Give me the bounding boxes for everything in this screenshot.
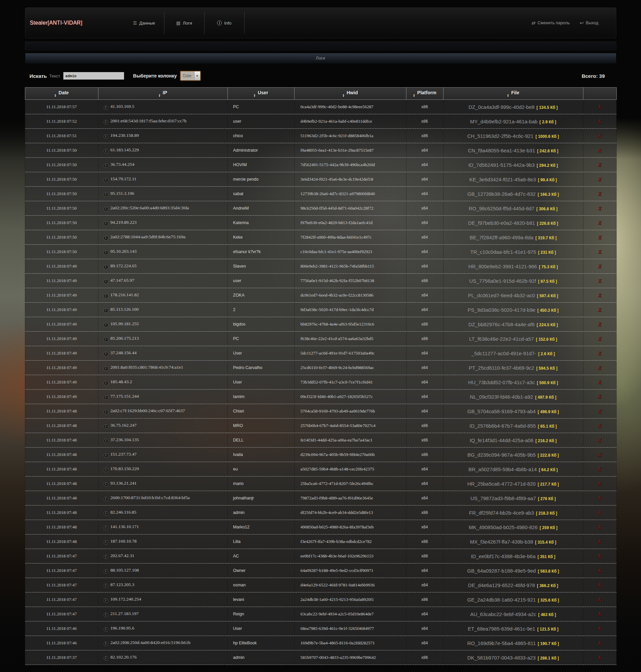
- delete-row-button[interactable]: X: [598, 437, 601, 443]
- file-download-link[interactable]: ID_2576b6b4-67b7-4a6d-855: [469, 423, 536, 429]
- file-download-link[interactable]: ID_7d562491-5175-442a-9b3: [468, 162, 535, 168]
- search-input[interactable]: [63, 72, 124, 80]
- file-download-link[interactable]: HU_73b3dd52-07fb-41c7-a3c: [468, 380, 535, 385]
- file-download-link[interactable]: DZ_bb82976c-47b8-4a4e-af6: [468, 321, 535, 327]
- delete-row-button[interactable]: X: [598, 292, 601, 298]
- file-download-link[interactable]: BE_7f2842ff-a960-499a-8da: [470, 235, 533, 240]
- file-download-link[interactable]: MX_f3e4267f-ffa7-439b-b38: [470, 539, 533, 545]
- file-download-link[interactable]: _5dc11277-ac0d-491e-91d7-: [472, 351, 536, 356]
- delete-row-button[interactable]: X: [598, 597, 601, 602]
- username: osman: [228, 578, 294, 592]
- logout-link[interactable]: ↩ Выход: [579, 20, 598, 26]
- column-header-platform[interactable]: ▲▼Platform: [406, 87, 443, 100]
- delete-row-button[interactable]: X: [598, 104, 601, 110]
- file-download-link[interactable]: MY_d4b9efb2-921a-461a-bab: [470, 119, 537, 124]
- delete-row-button[interactable]: X: [598, 582, 601, 588]
- file-download-link[interactable]: FR_df25fd74-bb2b-4ce9-ab3: [469, 510, 534, 516]
- file-download-link[interactable]: CN_f9a48055-6ea1-413e-b31: [468, 148, 535, 153]
- delete-row-button[interactable]: X: [598, 278, 601, 284]
- file-download-link[interactable]: BG_d239c094-967a-405b-9b5: [467, 452, 536, 458]
- column-header-hwid[interactable]: ▲▼Hwid: [294, 87, 406, 100]
- delete-row-button[interactable]: X: [598, 481, 601, 486]
- file-download-link[interactable]: DE_d4e6a129-6522-46fd-978: [468, 582, 535, 588]
- file-download-link[interactable]: GE_2a24db38-1a60-4215-921: [467, 597, 536, 603]
- delete-row-button[interactable]: X: [598, 510, 601, 515]
- file-download-link[interactable]: HR_800e9eb2-3981-4121-966: [468, 263, 537, 269]
- file-download-link[interactable]: DE_f97beb30-e0a2-4820-b81: [468, 220, 535, 226]
- file-download-link[interactable]: US_7756a0e1-915d-462b-92f: [469, 278, 536, 284]
- delete-row-button[interactable]: X: [598, 452, 601, 457]
- delete-row-button[interactable]: X: [598, 206, 601, 211]
- file-download-link[interactable]: GB_12739b38-26a6-4d7c-832: [467, 191, 536, 197]
- delete-row-button[interactable]: X: [598, 495, 601, 501]
- delete-row-button[interactable]: X: [598, 640, 601, 646]
- delete-row-button[interactable]: X: [598, 553, 601, 559]
- delete-row-button[interactable]: X: [598, 177, 601, 182]
- delete-row-button[interactable]: X: [598, 539, 601, 544]
- file-download-link[interactable]: MK_490850ad-b025-4980-826: [469, 524, 537, 530]
- chevron-down-icon[interactable]: ▼: [194, 71, 200, 80]
- column-header-ip[interactable]: ▲▼IP: [98, 87, 228, 100]
- column-header-user[interactable]: ▲▼User: [228, 87, 294, 100]
- file-download-link[interactable]: KE_3e6d3424-f021-45a6-8e3: [469, 177, 536, 182]
- file-download-link[interactable]: DZ_0ca4a3df-999c-40d2-be8: [468, 104, 534, 110]
- delete-row-button[interactable]: X: [598, 409, 601, 414]
- delete-row-button[interactable]: X: [598, 524, 601, 530]
- delete-row-button[interactable]: X: [598, 336, 601, 341]
- delete-row-button[interactable]: X: [598, 365, 601, 370]
- info-icon: i: [104, 613, 108, 617]
- file-download-link[interactable]: GB_64a09287-b188-49e5-9ed: [467, 568, 536, 574]
- file-download-link[interactable]: ID_ee0bf17c-4388-4b3e-b6a: [471, 553, 535, 559]
- file-download-link[interactable]: DK_581b9707-0043-4833-a23: [467, 655, 536, 660]
- delete-row-button[interactable]: X: [598, 119, 601, 124]
- file-download-link[interactable]: CH_511963d2-2f5b-4c6c-921: [467, 133, 534, 139]
- delete-row-button[interactable]: X: [598, 423, 601, 428]
- search-text-label: Текст: [49, 73, 60, 79]
- delete-row-button[interactable]: X: [598, 249, 601, 255]
- file-download-link[interactable]: US_79872ad3-f9b8-4f89-aa7: [470, 495, 536, 501]
- file-download-link[interactable]: IQ_fe14f3d1-44dd-425a-a06: [469, 437, 533, 443]
- file-download-link[interactable]: ET_68ea7985-639d-461c-9e1: [468, 626, 535, 632]
- nav-item-логи[interactable]: ▤Логи: [164, 12, 205, 33]
- file-download-link[interactable]: TR_c10c0daa-bfc1-41e1-975: [470, 249, 536, 255]
- file-download-link[interactable]: GB_5704ca58-9169-4793-ab4: [467, 409, 536, 414]
- file-download-link[interactable]: AU_63cabc22-9ebf-4934-a2c: [470, 611, 536, 617]
- file-download-link[interactable]: BR_a5027d85-59b4-4b8b-a14: [468, 466, 537, 472]
- delete-row-button[interactable]: X: [598, 611, 601, 617]
- file-download-link[interactable]: HR_25ba5ca6-4772-471d-820: [467, 481, 536, 486]
- delete-row-button[interactable]: X: [598, 321, 601, 327]
- file-download-link[interactable]: PS_9d3a038c-5020-417d-b9e: [468, 307, 535, 313]
- delete-row-button[interactable]: X: [598, 263, 601, 269]
- file-download-link[interactable]: PT_25cd6110-fe37-4b69-9c2: [469, 365, 534, 371]
- delete-row-button[interactable]: X: [598, 235, 601, 240]
- delete-row-button[interactable]: X: [598, 466, 601, 472]
- delete-row-button[interactable]: X: [598, 220, 601, 225]
- delete-row-button[interactable]: X: [598, 191, 601, 196]
- delete-row-button[interactable]: X: [598, 626, 601, 631]
- change-password-link[interactable]: ⇄ Сменить пароль: [531, 20, 570, 26]
- column-header-date[interactable]: ▲▼Date: [25, 87, 98, 100]
- table-body: 11.11.2018 07:57i41.103.169.5PC0ca4a3df-…: [25, 100, 616, 665]
- nav-item-данные[interactable]: ☰Данные: [124, 12, 164, 33]
- info-icon: i: [104, 526, 108, 530]
- delete-row-button[interactable]: X: [598, 351, 601, 356]
- file-download-link[interactable]: RO_98c6250d-ff5d-445d-8d7: [469, 206, 534, 211]
- delete-row-button[interactable]: X: [598, 655, 601, 660]
- delete-row-button[interactable]: X: [598, 162, 601, 167]
- delete-row-button[interactable]: X: [598, 394, 601, 399]
- column-select[interactable]: Date ▼: [180, 71, 201, 81]
- delete-row-button[interactable]: X: [598, 133, 601, 138]
- file-download-link[interactable]: RO_169d9b7e-5ba4-4865-811: [467, 640, 536, 646]
- nav-item-info[interactable]: iInfo: [205, 12, 245, 33]
- log-ip-cell: i85.113.126.100: [98, 303, 228, 317]
- delete-row-button[interactable]: X: [598, 380, 601, 385]
- column-header-file[interactable]: ▲▼File: [443, 87, 583, 100]
- delete-row-button[interactable]: X: [598, 307, 601, 312]
- delete-row-button[interactable]: X: [598, 568, 601, 573]
- file-download-link[interactable]: PL_dc061ed7-6eed-4b32-ac0: [468, 292, 535, 298]
- info-icon: i: [217, 20, 222, 25]
- delete-cell: X: [583, 578, 616, 592]
- delete-row-button[interactable]: X: [598, 148, 601, 153]
- file-download-link[interactable]: LT_f638c46e-22e2-41cd-a57: [469, 336, 534, 342]
- file-download-link[interactable]: NL_09cf323f-fd46-40b1-a92: [470, 394, 533, 400]
